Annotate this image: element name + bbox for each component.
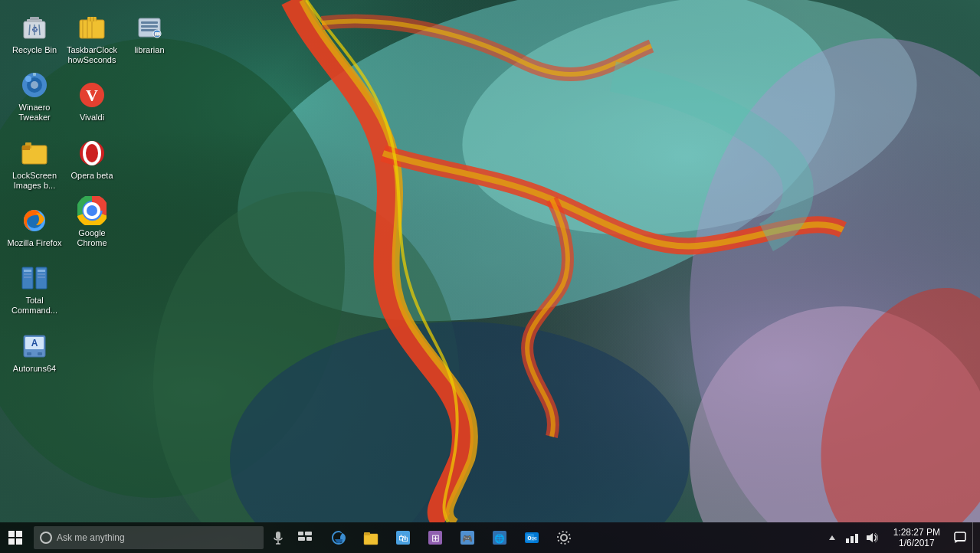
network-icon[interactable] [843,522,861,553]
microphone-icon [273,531,284,545]
start-button[interactable] [0,522,31,553]
vivaldi-label: Vivaldi [80,113,104,123]
svg-rect-95 [855,534,858,543]
svg-rect-73 [305,532,312,535]
svg-rect-41 [27,352,31,355]
svg-rect-97 [955,532,965,541]
desktop-icon-librarian[interactable]: 📖 librarian [119,8,180,60]
taskbarclock-icon [77,12,107,43]
totalcmd-icon [19,263,50,293]
taskbar-outlook[interactable]: ✉ o [516,522,547,553]
clock-time: 1:28:27 PM [893,527,940,538]
svg-rect-69 [276,532,280,539]
edge-icon [330,529,347,546]
desktop-icon-lockscreen[interactable]: LockScreen Images b... [4,133,65,195]
opera-label: Opera beta [70,171,113,181]
taskbar-settings[interactable] [549,522,579,553]
recycle-bin-label: Recycle Bin [12,45,57,55]
vivaldi-icon: V [77,80,107,110]
clock-date: 1/6/2017 [899,538,935,548]
svg-rect-37 [38,273,45,275]
search-placeholder-text: Ask me anything [57,532,125,543]
action-center-button[interactable] [948,522,972,553]
svg-point-91 [558,532,570,544]
svg-rect-34 [24,273,31,275]
blue-app2-icon: 🌐 [491,529,508,546]
svg-rect-67 [8,538,15,545]
desktop-icon-taskbarclock[interactable]: TaskbarClock howSeconds [61,8,123,70]
svg-text:📖: 📖 [154,31,161,38]
svg-point-24 [25,76,31,82]
svg-rect-61 [141,25,158,28]
desktop-icon-vivaldi[interactable]: V Vivaldi [61,75,123,127]
svg-rect-93 [846,538,849,543]
desktop-background [0,0,980,553]
taskbar-edge[interactable] [323,522,354,553]
svg-rect-66 [16,531,22,537]
svg-line-19 [39,25,40,35]
svg-text:♻: ♻ [31,25,38,34]
task-view-button[interactable] [290,522,320,553]
librarian-label: librarian [134,45,164,55]
svg-point-58 [87,205,97,216]
windows-logo-icon [8,531,22,545]
svg-rect-38 [38,276,45,278]
svg-rect-33 [24,270,31,272]
firefox-label: Mozilla Firefox [8,238,62,248]
clock-display[interactable]: 1:28:27 PM 1/6/2017 [886,522,948,553]
chrome-icon [77,195,107,226]
desktop-icon-totalcmd[interactable]: Total Command... [4,258,65,320]
chevron-up-icon [828,534,836,542]
taskbar-store[interactable]: 🛍 [388,522,418,553]
outlook-icon: ✉ o [523,529,540,546]
lockscreen-icon [19,138,50,169]
taskbarclock-label: TaskbarClock howSeconds [64,45,120,65]
taskbar: Ask me anything [0,522,980,553]
svg-text:o: o [527,534,532,542]
librarian-icon: 📖 [134,12,165,43]
svg-rect-28 [22,146,30,150]
desktop-icon-opera[interactable]: Opera beta [61,133,123,185]
desktop-icon-recycle-bin[interactable]: ♻ Recycle Bin [4,8,65,60]
firefox-icon [19,205,50,236]
svg-rect-68 [16,538,22,545]
svg-rect-74 [298,537,305,541]
svg-rect-77 [364,532,370,535]
winaero-label: Winaero Tweaker [7,103,62,123]
svg-point-90 [561,535,567,541]
svg-text:🌐: 🌐 [494,533,505,544]
autoruns-label: Autoruns64 [13,364,56,374]
taskbar-app-blue1[interactable]: 🎮 [452,522,483,553]
wallpaper-svg [0,0,980,522]
desktop-icon-chrome[interactable]: Google Chrome [61,191,123,253]
taskbar-file-explorer[interactable] [356,522,386,553]
settings-icon [556,529,572,546]
svg-text:A: A [31,338,38,348]
svg-text:✉: ✉ [532,535,537,542]
taskbar-app-blue2[interactable]: 🌐 [484,522,515,553]
search-bar[interactable]: Ask me anything [34,526,264,549]
taskbar-apps: 🛍 ⊞ 🎮 🌐 [323,522,818,553]
cortana-mic-button[interactable] [267,526,290,549]
svg-text:⊞: ⊞ [431,532,440,544]
svg-rect-35 [24,276,31,278]
desktop-icon-firefox[interactable]: Mozilla Firefox [4,201,65,253]
svg-rect-94 [851,536,854,543]
lockscreen-label: LockScreen Images b... [7,171,62,191]
desktop-icon-autoruns[interactable]: A Autoruns64 [4,326,65,378]
svg-line-17 [29,25,30,35]
desktop-icon-librarian-wrapper: 📖 librarian [119,8,180,61]
chrome-label: Google Chrome [64,228,120,248]
volume-icon[interactable] [863,522,881,553]
action-center-icon [953,531,967,545]
recycle-bin-icon: ♻ [19,12,50,43]
svg-point-23 [31,81,38,89]
desktop-icon-winaero[interactable]: Winaero Tweaker [4,65,65,127]
svg-marker-92 [829,535,835,540]
show-desktop-button[interactable] [972,522,977,553]
volume-status-icon [866,532,878,543]
svg-rect-65 [8,531,15,537]
network-status-icon [846,532,858,543]
taskbar-app-purple[interactable]: ⊞ [420,522,451,553]
tray-expand-button[interactable] [823,522,841,553]
